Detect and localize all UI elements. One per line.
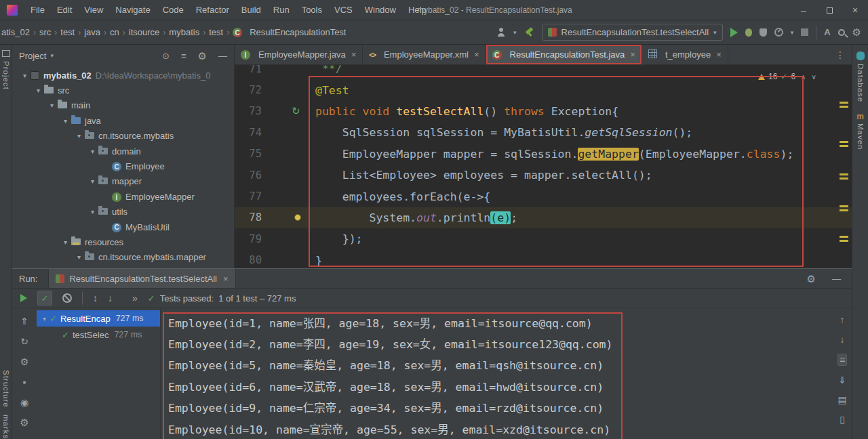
- tool-button-maven[interactable]: Maven: [856, 123, 865, 150]
- warning-stripe-mark[interactable]: [840, 205, 848, 211]
- breadcrumb-item-test[interactable]: test: [209, 27, 223, 37]
- tree-row[interactable]: ▾mybatis_02D:\IdeaWorkspace\mybatis_0: [12, 68, 234, 83]
- breadcrumb-item-resultencapsulationtest[interactable]: CResultEncapsulationTest: [233, 27, 346, 38]
- options-wrench-icon[interactable]: ⚙: [20, 356, 29, 367]
- warning-stripe-mark[interactable]: [840, 236, 848, 242]
- close-icon[interactable]: ×: [474, 49, 479, 60]
- hide-panel-icon[interactable]: —: [218, 51, 227, 61]
- tool-button-database[interactable]: Database: [856, 64, 865, 102]
- close-icon[interactable]: ×: [351, 49, 357, 60]
- chevron-icon[interactable]: ▾: [60, 238, 71, 246]
- tree-row[interactable]: ▾cn.itsource.mybatis.mapper: [12, 250, 234, 265]
- warning-stripe-mark[interactable]: [840, 102, 848, 108]
- prev-problem-icon[interactable]: ∧: [801, 73, 806, 81]
- console-output[interactable]: Employee(id=1, name=张四, age=18, sex=男, e…: [163, 312, 831, 439]
- close-button[interactable]: ×: [842, 0, 868, 20]
- breadcrumb-item-java[interactable]: java: [84, 27, 100, 37]
- menu-code[interactable]: Code: [157, 0, 190, 20]
- more-actions-icon[interactable]: »: [132, 293, 138, 304]
- chevron-down-icon[interactable]: ▾: [50, 52, 54, 59]
- code-line[interactable]: 73↻public void testSelectAll() throws Ex…: [235, 101, 852, 122]
- hide-run-panel-icon[interactable]: —: [832, 274, 841, 284]
- close-icon[interactable]: ×: [630, 49, 635, 60]
- chevron-icon[interactable]: ▾: [73, 132, 85, 140]
- coverage-button[interactable]: [760, 28, 767, 37]
- code-editor[interactable]: 71 **/72@Test73↻public void testSelectAl…: [235, 65, 852, 268]
- tree-row[interactable]: ▾cn.itsource.mybatis: [12, 129, 234, 144]
- show-passed-toggle[interactable]: ✓: [37, 291, 52, 306]
- debug-button[interactable]: [745, 28, 752, 37]
- tree-row[interactable]: ▾utils: [12, 205, 234, 220]
- menu-navigate[interactable]: Navigate: [109, 0, 156, 20]
- soft-wrap-icon[interactable]: ≡: [837, 354, 847, 366]
- console-line[interactable]: Employee(id=10, name=宣宗帝, age=55, sex=男,…: [163, 418, 831, 439]
- export-test-results-icon[interactable]: ⇑: [20, 316, 28, 327]
- code-line[interactable]: 79 });: [235, 228, 852, 249]
- build-hammer-icon[interactable]: [524, 27, 534, 37]
- run-test-icon[interactable]: ↻: [292, 105, 300, 117]
- menu-file[interactable]: File: [24, 0, 51, 20]
- close-icon[interactable]: ×: [223, 274, 229, 284]
- tree-row[interactable]: CEmployee: [12, 159, 234, 173]
- database-icon[interactable]: [856, 51, 865, 60]
- profiler-button[interactable]: [774, 28, 783, 37]
- code-line[interactable]: 80}: [235, 250, 852, 268]
- search-icon[interactable]: [838, 29, 845, 36]
- console-line[interactable]: Employee(id=6, name=汉武帝, age=18, sex=男, …: [163, 375, 831, 396]
- minimize-button[interactable]: –: [791, 0, 816, 20]
- down-the-stack-icon[interactable]: ↓: [840, 334, 845, 345]
- code-line[interactable]: 74 SqlSession sqlSession = MyBatisUtil.g…: [235, 122, 852, 143]
- pin-icon[interactable]: ▪: [23, 377, 26, 388]
- chevron-icon[interactable]: ▾: [19, 72, 31, 79]
- project-panel-title[interactable]: Project: [19, 51, 46, 61]
- breadcrumb-item-atis-02[interactable]: atis_02: [1, 27, 30, 37]
- chevron-icon[interactable]: ▾: [87, 148, 98, 155]
- maven-icon[interactable]: m: [856, 112, 864, 121]
- collapse-all-icon[interactable]: ≡: [181, 51, 186, 61]
- tree-row[interactable]: CMyBatisUtil: [12, 220, 234, 234]
- close-icon[interactable]: ×: [716, 49, 722, 60]
- editor-tab-employeemapper-java[interactable]: IEmployeeMapper.java×: [235, 45, 363, 64]
- console-line[interactable]: Employee(id=1, name=张四, age=18, sex=男, e…: [163, 312, 831, 333]
- chevron-icon[interactable]: ▾: [46, 102, 58, 109]
- panel-divider[interactable]: [160, 309, 161, 439]
- menu-refactor[interactable]: Refactor: [190, 0, 235, 20]
- run-settings-gear-icon[interactable]: ⚙: [807, 274, 816, 284]
- breadcrumb-item-cn[interactable]: cn: [110, 27, 119, 37]
- screenshot-icon[interactable]: ◉: [20, 397, 28, 408]
- print-icon[interactable]: ▤: [837, 394, 846, 405]
- chevron-icon[interactable]: ▾: [87, 177, 98, 185]
- run-tab[interactable]: ResultEncapsulationTest.testSelectAll ×: [48, 269, 235, 288]
- code-line[interactable]: 76 List<Employee> employees = mapper.sel…: [235, 165, 852, 186]
- maximize-button[interactable]: [816, 0, 842, 20]
- chevron-icon[interactable]: ▾: [33, 87, 44, 94]
- tool-window-icon[interactable]: [2, 50, 10, 57]
- intention-bulb-icon[interactable]: [294, 214, 301, 221]
- tree-row[interactable]: IEmployeeMapper: [12, 189, 234, 204]
- tree-row[interactable]: ▾domain: [12, 144, 234, 159]
- tool-button-bookmarks[interactable]: marks: [2, 415, 10, 439]
- console-line[interactable]: Employee(id=9, name=仁宗帝, age=34, sex=男, …: [163, 397, 831, 418]
- locate-icon[interactable]: ⊙: [162, 51, 170, 61]
- chevron-icon[interactable]: ▾: [87, 208, 98, 215]
- tree-row[interactable]: ▾java: [12, 113, 234, 128]
- editor-tab-t-employee[interactable]: t_employee×: [642, 45, 728, 64]
- sort-by-duration-icon[interactable]: ↓: [108, 293, 113, 304]
- sort-alphabetically-icon[interactable]: ↕: [93, 293, 98, 304]
- menu-build[interactable]: Build: [235, 0, 267, 20]
- show-ignored-toggle[interactable]: [62, 293, 72, 303]
- chevron-icon[interactable]: ▾: [60, 117, 71, 125]
- tab-options-kebab-icon[interactable]: ⋮: [829, 45, 852, 64]
- code-line[interactable]: 75 EmployeeMapper mapper = sqlSession.ge…: [235, 144, 852, 165]
- run-button[interactable]: [730, 28, 738, 37]
- clear-console-icon[interactable]: ▯: [840, 414, 845, 425]
- tool-button-structure[interactable]: Structure: [2, 370, 10, 408]
- rerun-tests-button[interactable]: [20, 294, 27, 302]
- chevron-icon[interactable]: ▾: [39, 315, 50, 322]
- test-row[interactable]: ▾✓ResultEncap727 ms: [37, 310, 160, 327]
- editor-tab-employeemapper-xml[interactable]: <>EmployeeMapper.xml×: [363, 45, 486, 64]
- breadcrumb-item-src[interactable]: src: [39, 27, 51, 37]
- up-the-stack-icon[interactable]: ↑: [840, 314, 845, 325]
- menu-edit[interactable]: Edit: [51, 0, 78, 20]
- test-history-icon[interactable]: ↻: [20, 336, 28, 347]
